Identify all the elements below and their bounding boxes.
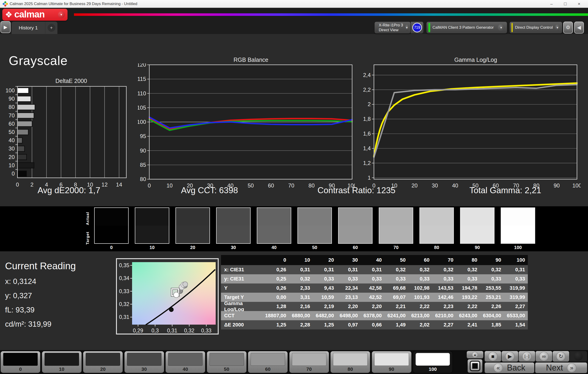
back-button[interactable]: « Back <box>485 363 534 373</box>
svg-text:12: 12 <box>102 182 108 188</box>
play-button[interactable]: ▶ <box>502 351 518 362</box>
maximize-button[interactable]: □ <box>562 1 569 6</box>
current-reading-cdm2: cd/m²: 319,99 <box>5 320 52 329</box>
table-col-header-50: 50 <box>385 255 408 265</box>
table-value-cell: 1,25 <box>265 320 289 330</box>
pattern-level-label: 90 <box>372 366 411 372</box>
pattern-level-button-70[interactable]: 70 <box>289 351 329 373</box>
window-titlebar: Calman 2025 Calman Ultimate for Business… <box>0 0 588 8</box>
svg-text:110: 110 <box>138 90 146 96</box>
play-icon: ▶ <box>505 352 514 361</box>
current-reading-y: y: 0,327 <box>5 291 32 300</box>
close-button[interactable]: × <box>576 1 582 6</box>
table-value-cell: 2,23 <box>432 302 456 311</box>
svg-text:0: 0 <box>16 182 19 188</box>
table-row-label: ΔE 2000 <box>221 320 265 330</box>
refresh-button[interactable]: ↻ <box>553 351 569 362</box>
display-control-dropdown[interactable]: Direct Display Control ▼ <box>509 21 562 33</box>
svg-text:80: 80 <box>140 176 146 182</box>
table-value-cell: 0,32 <box>456 265 480 274</box>
pattern-level-swatch <box>416 353 450 366</box>
table-value-cell: 6210,00 <box>432 311 456 320</box>
pattern-level-button-100[interactable]: 100 <box>413 351 452 373</box>
table-value-cell: 0,32 <box>385 265 408 274</box>
table-value-cell: 2,02 <box>408 320 432 330</box>
grayscale-swatch-80 <box>420 207 454 244</box>
pattern-level-button-80[interactable]: 80 <box>331 351 370 373</box>
actual-swatch-half <box>135 208 169 225</box>
table-value-cell: 143,53 <box>432 283 456 293</box>
expand-panel-button[interactable]: ▶ <box>0 21 10 33</box>
pattern-level-button-0[interactable]: 0 <box>1 351 40 373</box>
pattern-level-label: 10 <box>42 366 82 372</box>
pattern-window-button[interactable] <box>468 359 482 373</box>
table-value-cell: 2,27 <box>504 302 528 311</box>
pattern-level-swatch <box>292 353 326 366</box>
actual-swatch-half <box>461 208 494 225</box>
stop-button[interactable]: ■ <box>485 351 501 362</box>
stop-icon: ■ <box>488 352 497 361</box>
swatch-level-label: 50 <box>297 245 332 250</box>
table-value-cell: 2,19 <box>313 302 337 311</box>
bottom-bar: ▲ ■ ▶ [··] ∞ ↻ « Back Next » 01020304050… <box>0 350 588 374</box>
pattern-level-button-30[interactable]: 30 <box>125 351 164 373</box>
svg-text:1,8: 1,8 <box>363 116 371 122</box>
target-label: Target <box>85 228 91 248</box>
next-button[interactable]: Next » <box>535 363 587 373</box>
tab-history-1[interactable]: History 1 <box>11 21 45 34</box>
continuous-read-button[interactable]: ∞ <box>536 351 552 362</box>
pattern-level-button-50[interactable]: 50 <box>207 351 246 373</box>
add-tab-button[interactable]: + <box>45 21 57 34</box>
actual-swatch-half <box>501 208 535 225</box>
grayscale-swatch-50 <box>297 207 332 244</box>
plus-icon: + <box>48 24 55 32</box>
pattern-level-label: 70 <box>289 366 329 372</box>
svg-text:105: 105 <box>138 105 146 111</box>
pattern-level-label: 50 <box>207 366 246 372</box>
table-value-cell: 194,78 <box>456 283 480 293</box>
swatch-level-label: 30 <box>216 245 251 250</box>
pattern-panel-up-button[interactable]: ▲ <box>467 351 483 358</box>
settings-button[interactable]: ⚙ <box>563 21 573 33</box>
table-value-cell: 2,21 <box>385 302 408 311</box>
calman-menu-button[interactable]: ❖ calman ▼ <box>2 9 68 21</box>
table-value-cell: 1,28 <box>265 302 289 311</box>
pattern-size-button[interactable]: [··] <box>519 351 535 362</box>
minimize-button[interactable]: – <box>548 1 555 6</box>
table-col-header-60: 60 <box>408 255 432 265</box>
avg-cct-stat: Avg CCT: 6398 <box>181 186 238 195</box>
table-col-header-100: 100 <box>504 255 528 265</box>
table-value-cell: 1,85 <box>480 320 504 330</box>
table-value-cell: 0,32 <box>289 274 313 283</box>
table-value-cell: 253,55 <box>480 283 504 293</box>
table-value-cell: 0,33 <box>408 274 432 283</box>
table-value-cell: 0,32 <box>432 265 456 274</box>
rgb-balance-chart: RGB Balance 8085909510010511011512001020… <box>138 56 355 192</box>
pattern-level-button-90[interactable]: 90 <box>372 351 411 373</box>
pattern-level-button-10[interactable]: 10 <box>42 351 82 373</box>
pattern-level-button-20[interactable]: 20 <box>83 351 123 373</box>
pattern-level-button-40[interactable]: 40 <box>166 351 205 373</box>
table-value-cell: 2,27 <box>432 320 456 330</box>
table-value-cell: 0,26 <box>265 283 289 293</box>
deltae-chart-plot: 010203040506070809010002468101214 <box>5 85 130 192</box>
meter-mode: Direct View <box>379 28 399 32</box>
meter-name: X-Rite i1Pro 3 <box>379 23 403 27</box>
table-value-cell: 0,31 <box>337 265 361 274</box>
table-row-label: Gamma Log/Log <box>221 302 265 311</box>
svg-text:0,32: 0,32 <box>119 301 129 307</box>
pattern-level-swatch <box>168 353 203 366</box>
target-swatch-half <box>461 225 494 243</box>
table-value-cell: 6482,00 <box>313 311 337 320</box>
meter-dropdown[interactable]: X-Rite i1Pro 3 Direct View ▼ <box>374 21 411 33</box>
table-value-cell: 0,33 <box>432 274 456 283</box>
target-swatch-half <box>257 225 291 243</box>
table-col-header-70: 70 <box>432 255 456 265</box>
table-value-cell: 6378,00 <box>361 311 385 320</box>
pattern-level-button-60[interactable]: 60 <box>248 351 288 373</box>
swatch-level-label: 70 <box>379 245 413 250</box>
svg-text:1,2: 1,2 <box>363 160 371 166</box>
pattern-generator-dropdown[interactable]: CalMAN Client 3 Pattern Generator ▼ <box>426 21 507 33</box>
collapse-toolbar-button[interactable]: ◀ <box>574 21 584 33</box>
table-value-cell: 2,41 <box>456 320 480 330</box>
